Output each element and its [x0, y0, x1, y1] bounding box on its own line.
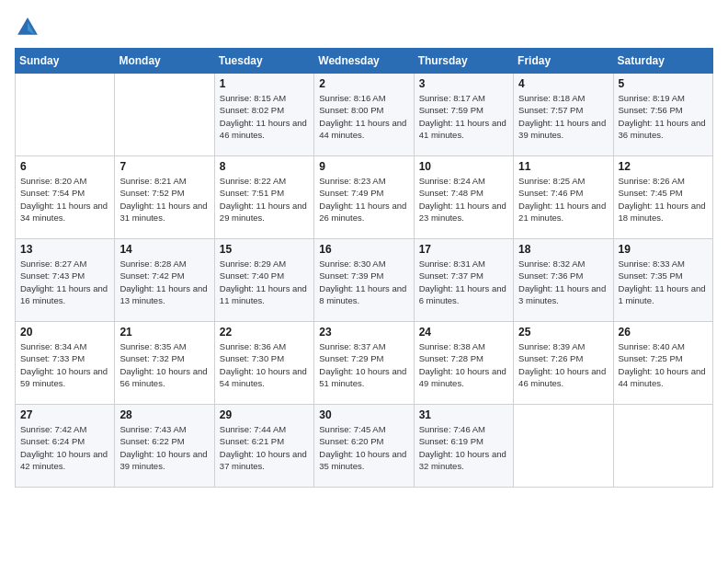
day-number: 15 — [220, 243, 309, 256]
day-cell: 1Sunrise: 8:15 AM Sunset: 8:02 PM Daylig… — [214, 74, 313, 156]
day-number: 13 — [20, 243, 109, 256]
day-info: Sunrise: 8:29 AM Sunset: 7:40 PM Dayligh… — [220, 258, 309, 306]
day-cell: 9Sunrise: 8:23 AM Sunset: 7:49 PM Daylig… — [314, 156, 414, 239]
day-cell: 18Sunrise: 8:32 AM Sunset: 7:36 PM Dayli… — [514, 239, 613, 322]
day-info: Sunrise: 8:36 AM Sunset: 7:30 PM Dayligh… — [220, 340, 309, 389]
day-cell: 2Sunrise: 8:16 AM Sunset: 8:00 PM Daylig… — [314, 74, 414, 156]
day-cell: 26Sunrise: 8:40 AM Sunset: 7:25 PM Dayli… — [613, 322, 712, 405]
day-number: 27 — [20, 408, 109, 421]
day-cell — [115, 74, 214, 156]
header-tuesday: Tuesday — [214, 49, 313, 74]
day-number: 8 — [220, 160, 309, 173]
day-info: Sunrise: 8:30 AM Sunset: 7:39 PM Dayligh… — [319, 258, 408, 306]
day-number: 9 — [319, 160, 408, 173]
day-info: Sunrise: 8:16 AM Sunset: 8:00 PM Dayligh… — [319, 92, 408, 141]
day-info: Sunrise: 8:38 AM Sunset: 7:28 PM Dayligh… — [419, 340, 508, 389]
day-info: Sunrise: 8:33 AM Sunset: 7:35 PM Dayligh… — [619, 258, 708, 306]
weekday-header-row: SundayMondayTuesdayWednesdayThursdayFrid… — [16, 49, 713, 74]
day-info: Sunrise: 8:31 AM Sunset: 7:37 PM Dayligh… — [419, 258, 508, 306]
header — [15, 15, 713, 40]
day-cell — [613, 405, 712, 488]
day-cell — [16, 74, 115, 156]
day-cell: 21Sunrise: 8:35 AM Sunset: 7:32 PM Dayli… — [115, 322, 214, 405]
day-number: 12 — [619, 160, 708, 173]
day-number: 20 — [20, 326, 109, 339]
day-info: Sunrise: 8:17 AM Sunset: 7:59 PM Dayligh… — [419, 92, 508, 141]
day-cell: 7Sunrise: 8:21 AM Sunset: 7:52 PM Daylig… — [115, 156, 214, 239]
week-row-5: 27Sunrise: 7:42 AM Sunset: 6:24 PM Dayli… — [16, 405, 713, 488]
day-cell: 6Sunrise: 8:20 AM Sunset: 7:54 PM Daylig… — [16, 156, 115, 239]
day-cell: 22Sunrise: 8:36 AM Sunset: 7:30 PM Dayli… — [214, 322, 313, 405]
day-cell: 5Sunrise: 8:19 AM Sunset: 7:56 PM Daylig… — [613, 74, 712, 156]
day-number: 1 — [220, 77, 309, 90]
day-number: 28 — [119, 408, 209, 421]
day-info: Sunrise: 8:21 AM Sunset: 7:52 PM Dayligh… — [119, 175, 209, 224]
header-wednesday: Wednesday — [314, 49, 414, 74]
day-number: 26 — [619, 326, 708, 339]
day-info: Sunrise: 7:46 AM Sunset: 6:19 PM Dayligh… — [419, 423, 508, 472]
day-number: 7 — [119, 160, 209, 173]
logo-icon — [15, 15, 40, 40]
day-number: 31 — [419, 408, 508, 421]
day-number: 3 — [419, 77, 508, 90]
day-number: 4 — [518, 77, 608, 90]
day-info: Sunrise: 8:40 AM Sunset: 7:25 PM Dayligh… — [619, 340, 708, 389]
logo — [15, 15, 44, 40]
day-info: Sunrise: 8:22 AM Sunset: 7:51 PM Dayligh… — [220, 175, 309, 224]
week-row-3: 13Sunrise: 8:27 AM Sunset: 7:43 PM Dayli… — [16, 239, 713, 322]
week-row-1: 1Sunrise: 8:15 AM Sunset: 8:02 PM Daylig… — [16, 74, 713, 156]
day-cell: 14Sunrise: 8:28 AM Sunset: 7:42 PM Dayli… — [115, 239, 214, 322]
day-cell: 12Sunrise: 8:26 AM Sunset: 7:45 PM Dayli… — [613, 156, 712, 239]
day-cell: 24Sunrise: 8:38 AM Sunset: 7:28 PM Dayli… — [414, 322, 513, 405]
day-number: 22 — [220, 326, 309, 339]
day-cell: 27Sunrise: 7:42 AM Sunset: 6:24 PM Dayli… — [16, 405, 115, 488]
day-cell: 8Sunrise: 8:22 AM Sunset: 7:51 PM Daylig… — [214, 156, 313, 239]
day-info: Sunrise: 8:20 AM Sunset: 7:54 PM Dayligh… — [20, 175, 109, 224]
day-info: Sunrise: 8:35 AM Sunset: 7:32 PM Dayligh… — [119, 340, 209, 389]
calendar-table: SundayMondayTuesdayWednesdayThursdayFrid… — [15, 48, 713, 488]
day-number: 23 — [319, 326, 408, 339]
day-cell: 16Sunrise: 8:30 AM Sunset: 7:39 PM Dayli… — [314, 239, 414, 322]
day-info: Sunrise: 8:26 AM Sunset: 7:45 PM Dayligh… — [619, 175, 708, 224]
day-info: Sunrise: 8:25 AM Sunset: 7:46 PM Dayligh… — [518, 175, 608, 224]
header-friday: Friday — [514, 49, 613, 74]
day-number: 19 — [619, 243, 708, 256]
day-info: Sunrise: 7:43 AM Sunset: 6:22 PM Dayligh… — [119, 423, 209, 472]
day-cell: 25Sunrise: 8:39 AM Sunset: 7:26 PM Dayli… — [514, 322, 613, 405]
day-info: Sunrise: 8:27 AM Sunset: 7:43 PM Dayligh… — [20, 258, 109, 306]
week-row-4: 20Sunrise: 8:34 AM Sunset: 7:33 PM Dayli… — [16, 322, 713, 405]
header-thursday: Thursday — [414, 49, 513, 74]
day-info: Sunrise: 8:39 AM Sunset: 7:26 PM Dayligh… — [518, 340, 608, 389]
day-info: Sunrise: 8:24 AM Sunset: 7:48 PM Dayligh… — [419, 175, 508, 224]
day-number: 21 — [119, 326, 209, 339]
day-info: Sunrise: 7:44 AM Sunset: 6:21 PM Dayligh… — [220, 423, 309, 472]
week-row-2: 6Sunrise: 8:20 AM Sunset: 7:54 PM Daylig… — [16, 156, 713, 239]
day-cell — [514, 405, 613, 488]
day-cell: 30Sunrise: 7:45 AM Sunset: 6:20 PM Dayli… — [314, 405, 414, 488]
day-number: 25 — [518, 326, 608, 339]
day-info: Sunrise: 8:32 AM Sunset: 7:36 PM Dayligh… — [518, 258, 608, 306]
day-number: 30 — [319, 408, 408, 421]
day-number: 5 — [619, 77, 708, 90]
day-cell: 13Sunrise: 8:27 AM Sunset: 7:43 PM Dayli… — [16, 239, 115, 322]
day-info: Sunrise: 7:42 AM Sunset: 6:24 PM Dayligh… — [20, 423, 109, 472]
day-info: Sunrise: 8:18 AM Sunset: 7:57 PM Dayligh… — [518, 92, 608, 141]
day-cell: 11Sunrise: 8:25 AM Sunset: 7:46 PM Dayli… — [514, 156, 613, 239]
day-number: 6 — [20, 160, 109, 173]
day-number: 10 — [419, 160, 508, 173]
day-info: Sunrise: 8:15 AM Sunset: 8:02 PM Dayligh… — [220, 92, 309, 141]
day-number: 11 — [518, 160, 608, 173]
day-cell: 4Sunrise: 8:18 AM Sunset: 7:57 PM Daylig… — [514, 74, 613, 156]
day-info: Sunrise: 8:34 AM Sunset: 7:33 PM Dayligh… — [20, 340, 109, 389]
day-cell: 19Sunrise: 8:33 AM Sunset: 7:35 PM Dayli… — [613, 239, 712, 322]
day-info: Sunrise: 7:45 AM Sunset: 6:20 PM Dayligh… — [319, 423, 408, 472]
day-number: 29 — [220, 408, 309, 421]
day-number: 17 — [419, 243, 508, 256]
day-cell: 23Sunrise: 8:37 AM Sunset: 7:29 PM Dayli… — [314, 322, 414, 405]
day-info: Sunrise: 8:23 AM Sunset: 7:49 PM Dayligh… — [319, 175, 408, 224]
day-info: Sunrise: 8:37 AM Sunset: 7:29 PM Dayligh… — [319, 340, 408, 389]
day-cell: 10Sunrise: 8:24 AM Sunset: 7:48 PM Dayli… — [414, 156, 513, 239]
header-sunday: Sunday — [16, 49, 115, 74]
day-cell: 15Sunrise: 8:29 AM Sunset: 7:40 PM Dayli… — [214, 239, 313, 322]
day-cell: 31Sunrise: 7:46 AM Sunset: 6:19 PM Dayli… — [414, 405, 513, 488]
